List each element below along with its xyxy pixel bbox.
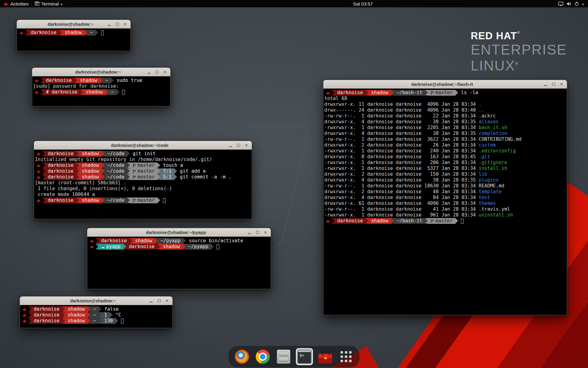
redhat-icon	[18, 30, 25, 36]
window-titlebar[interactable]: darknoise@shadow:~/code	[34, 141, 252, 150]
minimize-button[interactable]	[148, 298, 154, 304]
maximize-button[interactable]	[236, 142, 241, 148]
command-text: git commit -a -m .	[177, 174, 231, 180]
command-text: touch a	[160, 163, 183, 168]
file-name: README.md	[479, 183, 504, 189]
dock-item-show-applications[interactable]	[337, 348, 355, 365]
close-icon	[164, 69, 167, 75]
close-button[interactable]	[122, 21, 128, 27]
file-name: .git	[479, 154, 490, 160]
powerline-separator	[40, 78, 43, 83]
maximize-button[interactable]	[156, 298, 162, 304]
powerline-separator	[157, 244, 160, 249]
close-icon	[124, 21, 127, 27]
prompt-segment-path: ~/code	[104, 174, 127, 180]
redhat-icon	[88, 238, 96, 244]
terminal-line: drwxrwxr-x. 4 darknoise darknoise 38 Jan…	[324, 131, 566, 136]
terminal-body[interactable]: darknoiseshadow~/bash-itmaster ls -latot…	[323, 89, 567, 315]
prompt-segment-user: darknoise	[43, 78, 74, 83]
prompt-segment-git: master	[130, 174, 157, 180]
minimize-button[interactable]	[228, 142, 233, 148]
activities-button[interactable]: Activities	[0, 0, 32, 7]
system-status-area[interactable]	[556, 0, 586, 7]
terminal-line: -rw-rw-r--. 1 darknoise darknoise 41 Jan…	[324, 206, 566, 212]
powerline-separator	[42, 151, 45, 156]
terminal-body[interactable]: darknoiseshadow~ sudo true[sudo] passwor…	[32, 76, 170, 106]
show-applications-icon	[341, 351, 352, 362]
minimize-button[interactable]	[247, 229, 252, 235]
terminal-line: drwx------. 24 darknoise darknoise 4096 …	[324, 107, 566, 113]
powerline-separator	[96, 30, 98, 35]
terminal-body[interactable]: darknoiseshadow~/code git initInitialize…	[34, 150, 252, 219]
terminal-body[interactable]: darknoiseshadow~/pyapp source bin/activa…	[87, 237, 271, 289]
window-titlebar[interactable]: darknoise@shadow:~	[17, 20, 130, 29]
close-button[interactable]	[559, 81, 564, 87]
close-button[interactable]	[164, 298, 170, 304]
terminal-body[interactable]: darknoiseshadow~ falsedarknoiseshadow~1 …	[20, 305, 172, 328]
software-toolbox-icon	[318, 354, 332, 364]
dock-item-software[interactable]	[317, 348, 334, 365]
terminal-line: create mode 100644 a	[35, 192, 251, 197]
chevron-down-icon	[61, 1, 62, 6]
maximize-button[interactable]	[154, 69, 160, 75]
prompt-segment-host: shadow	[83, 89, 106, 95]
command-text: source bin/activate	[186, 238, 243, 244]
maximize-button[interactable]	[551, 81, 556, 87]
terminal-line: 1 file changed, 0 insertions(+), 0 delet…	[35, 186, 251, 192]
window-titlebar[interactable]: darknoise@shadow:~	[32, 68, 170, 76]
powerline-separator	[102, 197, 104, 203]
prompt-segment-git: master	[428, 90, 455, 96]
output-text: -rwxrwxr-x. 1 darknoise darknoise 961 Ja…	[324, 212, 479, 218]
minimize-button[interactable]	[543, 81, 548, 87]
window-titlebar[interactable]: darknoise@shadow:~/bash-it	[323, 80, 567, 89]
output-text: [master (root-commit) 50bcb63] .	[35, 180, 126, 186]
close-button[interactable]	[262, 229, 268, 235]
terminal-body[interactable]: darknoiseshadow~	[17, 29, 130, 51]
clock[interactable]: Sat 03:57	[350, 0, 376, 7]
file-name: CONTRIBUTING.md	[479, 136, 522, 142]
file-name: ..	[479, 107, 484, 113]
prompt-segment-path: ~	[103, 78, 111, 83]
powerline-separator	[157, 197, 160, 203]
prompt-segment-git: master	[130, 197, 157, 203]
window-titlebar[interactable]: darknoise@shadow:~/pyapp	[87, 228, 271, 237]
dock-item-chrome[interactable]	[254, 348, 271, 365]
powerline-separator	[59, 30, 62, 35]
window-title: darknoise@shadow:~	[35, 22, 106, 27]
powerline-separator	[76, 197, 79, 203]
window-titlebar[interactable]: darknoise@shadow:~	[20, 297, 172, 305]
terminal-line: Initialized empty Git repository in /hom…	[35, 157, 251, 163]
redhat-icon	[35, 163, 42, 168]
powerline-separator	[40, 89, 43, 95]
brand-line-linux: LINUX®	[471, 59, 567, 73]
powerline-separator	[391, 218, 394, 224]
output-text: Initialized empty Git repository in /hom…	[35, 157, 212, 163]
powerline-separator	[157, 163, 160, 168]
dock-item-firefox[interactable]	[233, 348, 251, 365]
window-title: darknoise@shadow:~	[38, 298, 148, 303]
file-name: aliases	[479, 119, 499, 125]
maximize-button[interactable]	[114, 21, 120, 27]
redhat-icon	[88, 244, 96, 250]
terminal-cursor	[101, 30, 104, 35]
minimize-button[interactable]	[106, 21, 112, 27]
maximize-button[interactable]	[254, 229, 260, 235]
file-name: .gitignore	[479, 160, 507, 166]
dock-item-files[interactable]	[275, 348, 292, 365]
output-text: drwxrwxr-x. 4 darknoise darknoise 38 Jan…	[324, 119, 479, 125]
dock-item-terminal[interactable]: $>	[296, 348, 313, 365]
powerline-separator	[157, 174, 160, 180]
maximize-icon	[552, 83, 555, 86]
close-button[interactable]	[243, 142, 249, 148]
app-menu[interactable]: Terminal	[32, 0, 65, 7]
maximize-icon	[156, 71, 159, 73]
prompt-segment-host: shadow	[368, 218, 391, 224]
powerline-separator	[174, 168, 177, 174]
minimize-button[interactable]	[146, 69, 152, 75]
close-button[interactable]	[162, 69, 168, 75]
file-name: .	[479, 102, 481, 107]
minimize-icon	[108, 25, 111, 26]
window-title: darknoise@shadow:~/code	[52, 143, 227, 148]
powerline-separator	[100, 78, 103, 83]
terminal-cursor	[163, 198, 166, 203]
